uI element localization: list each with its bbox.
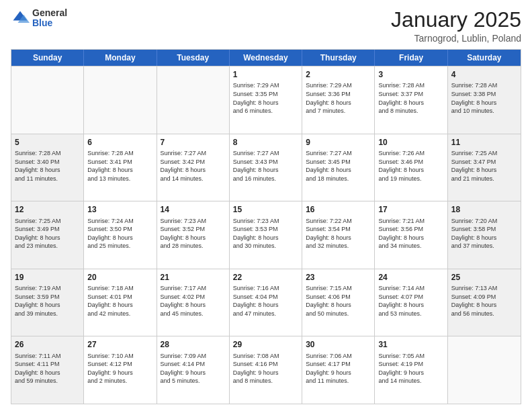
day-number: 3 [378, 69, 443, 80]
cell-info: Sunrise: 7:24 AMSunset: 3:50 PMDaylight:… [87, 217, 152, 250]
day-number: 22 [233, 272, 298, 283]
calendar-week: 1Sunrise: 7:29 AMSunset: 3:35 PMDaylight… [11, 66, 521, 134]
title-block: January 2025 Tarnogrod, Lublin, Poland [391, 8, 521, 44]
day-number: 21 [161, 272, 226, 283]
day-number: 27 [87, 339, 152, 350]
calendar-cell: 30Sunrise: 7:06 AMSunset: 4:17 PMDayligh… [302, 336, 375, 404]
day-number: 6 [87, 137, 152, 148]
calendar-week: 5Sunrise: 7:28 AMSunset: 3:40 PMDaylight… [11, 134, 521, 201]
day-number: 16 [306, 204, 371, 215]
calendar-cell [11, 66, 84, 134]
calendar-cell: 23Sunrise: 7:15 AMSunset: 4:06 PMDayligh… [302, 269, 375, 336]
cell-info: Sunrise: 7:15 AMSunset: 4:06 PMDaylight:… [306, 284, 371, 318]
calendar-cell: 8Sunrise: 7:27 AMSunset: 3:43 PMDaylight… [230, 134, 302, 201]
cell-info: Sunrise: 7:28 AMSunset: 3:40 PMDaylight:… [15, 149, 80, 183]
day-number: 13 [87, 204, 152, 215]
calendar-cell: 21Sunrise: 7:17 AMSunset: 4:02 PMDayligh… [157, 269, 230, 336]
cell-info: Sunrise: 7:28 AMSunset: 3:38 PMDaylight:… [451, 81, 517, 115]
cell-info: Sunrise: 7:13 AMSunset: 4:09 PMDaylight:… [451, 284, 517, 318]
calendar-cell: 15Sunrise: 7:23 AMSunset: 3:53 PMDayligh… [230, 201, 302, 269]
cell-info: Sunrise: 7:18 AMSunset: 4:01 PMDaylight:… [87, 284, 152, 318]
calendar-cell: 25Sunrise: 7:13 AMSunset: 4:09 PMDayligh… [448, 269, 521, 336]
cell-info: Sunrise: 7:27 AMSunset: 3:45 PMDaylight:… [306, 149, 371, 183]
calendar-cell: 18Sunrise: 7:20 AMSunset: 3:58 PMDayligh… [448, 201, 521, 269]
calendar-cell: 3Sunrise: 7:28 AMSunset: 3:37 PMDaylight… [375, 66, 447, 134]
calendar-cell: 27Sunrise: 7:10 AMSunset: 4:12 PMDayligh… [84, 336, 157, 404]
calendar-cell: 19Sunrise: 7:19 AMSunset: 3:59 PMDayligh… [11, 269, 84, 336]
day-number: 20 [87, 272, 152, 283]
calendar-cell: 13Sunrise: 7:24 AMSunset: 3:50 PMDayligh… [84, 201, 157, 269]
day-number: 24 [378, 272, 443, 283]
day-of-week-header: Wednesday [230, 50, 302, 66]
calendar-cell: 4Sunrise: 7:28 AMSunset: 3:38 PMDaylight… [448, 66, 521, 134]
day-of-week-header: Sunday [11, 50, 84, 66]
day-of-week-header: Saturday [448, 50, 521, 66]
day-number: 9 [306, 137, 371, 148]
day-number: 12 [15, 204, 80, 215]
cell-info: Sunrise: 7:05 AMSunset: 4:19 PMDaylight:… [378, 352, 443, 385]
calendar-cell: 29Sunrise: 7:08 AMSunset: 4:16 PMDayligh… [230, 336, 302, 404]
calendar-cell: 11Sunrise: 7:25 AMSunset: 3:47 PMDayligh… [448, 134, 521, 201]
cell-info: Sunrise: 7:29 AMSunset: 3:36 PMDaylight:… [306, 81, 371, 115]
cell-info: Sunrise: 7:23 AMSunset: 3:53 PMDaylight:… [233, 217, 298, 250]
day-number: 8 [233, 137, 298, 148]
cell-info: Sunrise: 7:28 AMSunset: 3:41 PMDaylight:… [87, 149, 152, 183]
calendar-cell: 22Sunrise: 7:16 AMSunset: 4:04 PMDayligh… [230, 269, 302, 336]
cell-info: Sunrise: 7:06 AMSunset: 4:17 PMDaylight:… [306, 352, 371, 385]
day-number: 14 [161, 204, 226, 215]
calendar-cell: 7Sunrise: 7:27 AMSunset: 3:42 PMDaylight… [157, 134, 230, 201]
cell-info: Sunrise: 7:08 AMSunset: 4:16 PMDaylight:… [233, 352, 298, 385]
month-title: January 2025 [391, 8, 521, 32]
calendar-cell: 1Sunrise: 7:29 AMSunset: 3:35 PMDaylight… [230, 66, 302, 134]
calendar-cell: 12Sunrise: 7:25 AMSunset: 3:49 PMDayligh… [11, 201, 84, 269]
day-number: 29 [233, 339, 298, 350]
day-number: 11 [451, 137, 517, 148]
calendar-cell: 10Sunrise: 7:26 AMSunset: 3:46 PMDayligh… [375, 134, 447, 201]
day-number: 7 [161, 137, 226, 148]
day-number: 19 [15, 272, 80, 283]
day-number: 17 [378, 204, 443, 215]
day-of-week-header: Thursday [302, 50, 375, 66]
day-of-week-header: Tuesday [157, 50, 230, 66]
cell-info: Sunrise: 7:16 AMSunset: 4:04 PMDaylight:… [233, 284, 298, 318]
calendar-cell [448, 336, 521, 404]
day-of-week-header: Monday [84, 50, 157, 66]
calendar-cell: 6Sunrise: 7:28 AMSunset: 3:41 PMDaylight… [84, 134, 157, 201]
cell-info: Sunrise: 7:09 AMSunset: 4:14 PMDaylight:… [161, 352, 226, 385]
cell-info: Sunrise: 7:17 AMSunset: 4:02 PMDaylight:… [161, 284, 226, 318]
cell-info: Sunrise: 7:26 AMSunset: 3:46 PMDaylight:… [378, 149, 443, 183]
cell-info: Sunrise: 7:20 AMSunset: 3:58 PMDaylight:… [451, 217, 517, 250]
day-number: 1 [233, 69, 298, 80]
calendar-cell [84, 66, 157, 134]
cell-info: Sunrise: 7:25 AMSunset: 3:47 PMDaylight:… [451, 149, 517, 183]
calendar-cell: 5Sunrise: 7:28 AMSunset: 3:40 PMDaylight… [11, 134, 84, 201]
calendar-cell: 20Sunrise: 7:18 AMSunset: 4:01 PMDayligh… [84, 269, 157, 336]
cell-info: Sunrise: 7:10 AMSunset: 4:12 PMDaylight:… [87, 352, 152, 385]
logo-text: General Blue [32, 8, 67, 29]
calendar-body: 1Sunrise: 7:29 AMSunset: 3:35 PMDaylight… [11, 66, 521, 404]
day-number: 2 [306, 69, 371, 80]
logo-icon [11, 9, 30, 28]
cell-info: Sunrise: 7:25 AMSunset: 3:49 PMDaylight:… [15, 217, 80, 250]
cell-info: Sunrise: 7:22 AMSunset: 3:54 PMDaylight:… [306, 217, 371, 250]
calendar-week: 12Sunrise: 7:25 AMSunset: 3:49 PMDayligh… [11, 201, 521, 269]
day-number: 18 [451, 204, 517, 215]
cell-info: Sunrise: 7:11 AMSunset: 4:11 PMDaylight:… [15, 352, 80, 385]
cell-info: Sunrise: 7:28 AMSunset: 3:37 PMDaylight:… [378, 81, 443, 115]
logo-general: General [32, 8, 67, 18]
cell-info: Sunrise: 7:27 AMSunset: 3:42 PMDaylight:… [161, 149, 226, 183]
calendar-header: SundayMondayTuesdayWednesdayThursdayFrid… [11, 50, 521, 66]
location: Tarnogrod, Lublin, Poland [391, 33, 521, 44]
day-number: 30 [306, 339, 371, 350]
calendar-week: 19Sunrise: 7:19 AMSunset: 3:59 PMDayligh… [11, 269, 521, 336]
calendar-cell: 26Sunrise: 7:11 AMSunset: 4:11 PMDayligh… [11, 336, 84, 404]
page: General Blue January 2025 Tarnogrod, Lub… [0, 0, 532, 411]
calendar-cell: 31Sunrise: 7:05 AMSunset: 4:19 PMDayligh… [375, 336, 447, 404]
day-number: 31 [378, 339, 443, 350]
day-number: 28 [161, 339, 226, 350]
day-number: 23 [306, 272, 371, 283]
calendar-cell: 2Sunrise: 7:29 AMSunset: 3:36 PMDaylight… [302, 66, 375, 134]
calendar-week: 26Sunrise: 7:11 AMSunset: 4:11 PMDayligh… [11, 336, 521, 404]
logo: General Blue [11, 8, 67, 29]
cell-info: Sunrise: 7:23 AMSunset: 3:52 PMDaylight:… [161, 217, 226, 250]
